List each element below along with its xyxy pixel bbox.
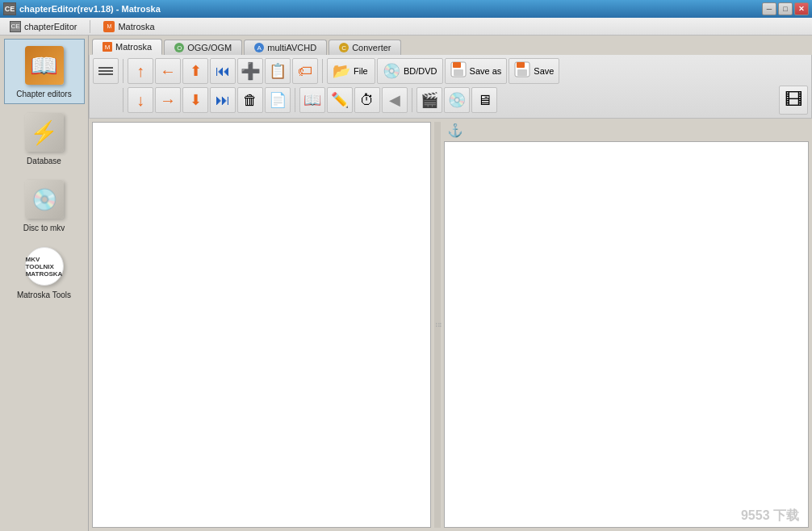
toolbar-sep-5 bbox=[412, 88, 412, 112]
disc-icon-wrapper: 💿 bbox=[23, 178, 65, 220]
move-right-icon: → bbox=[160, 92, 176, 108]
jump-end-button[interactable]: ⏭ bbox=[210, 87, 236, 113]
sidebar-item-database[interactable]: ⚡ Database bbox=[4, 106, 85, 171]
svg-rect-2 bbox=[454, 69, 463, 76]
bd-dvd-button[interactable]: 💿 BD/DVD bbox=[377, 58, 443, 84]
disc-btn-icon: 💿 bbox=[448, 93, 466, 107]
disc-button[interactable]: 💿 bbox=[444, 87, 470, 113]
tab-ogg-ogm-label: OGG/OGM bbox=[187, 43, 232, 52]
database-icon: ⚡ bbox=[25, 113, 64, 152]
add-button[interactable]: ➕ bbox=[237, 58, 263, 84]
chapter-editor-menu-icon: CE bbox=[10, 21, 21, 32]
avchd-tab-icon: A bbox=[254, 43, 264, 52]
right-main-panel bbox=[444, 141, 809, 528]
edit-button[interactable]: ✏️ bbox=[327, 87, 353, 113]
save-button[interactable]: Save bbox=[509, 58, 559, 84]
title-bar: CE chapterEditor(rev1.18) - Matroska ─ □… bbox=[0, 0, 812, 18]
jump-start-button[interactable]: ⏮ bbox=[210, 58, 236, 84]
paste-button[interactable]: 📋 bbox=[265, 58, 291, 84]
copy-button[interactable]: 📄 bbox=[265, 87, 291, 113]
menu-matroska-label: Matroska bbox=[118, 22, 154, 31]
menu-chapter-editor[interactable]: CE chapterEditor bbox=[3, 19, 83, 34]
copy-icon: 📄 bbox=[269, 93, 287, 107]
tab-matroska-label: Matroska bbox=[115, 42, 152, 52]
book-button[interactable]: 📖 bbox=[299, 87, 325, 113]
sidebar-item-chapter-editors[interactable]: Chapter editors bbox=[4, 39, 85, 104]
mkv-tools-icon: MKV TOOLNIX MATROSKA bbox=[25, 247, 64, 286]
close-button[interactable]: ✕ bbox=[794, 2, 809, 15]
move-right-button[interactable]: → bbox=[155, 87, 181, 113]
book-btn-icon: 📖 bbox=[303, 93, 321, 107]
bd-dvd-icon: 💿 bbox=[383, 62, 400, 80]
video-icon: 🎬 bbox=[421, 93, 438, 107]
panel-divider[interactable]: ⠿ bbox=[434, 122, 441, 528]
mkv-icon-text: MKV TOOLNIX MATROSKA bbox=[26, 256, 63, 278]
database-label: Database bbox=[27, 157, 61, 165]
minimize-button[interactable]: ─ bbox=[762, 2, 776, 15]
save-as-icon bbox=[450, 61, 467, 82]
move-up-button[interactable]: ↑ bbox=[128, 58, 153, 84]
toolbar-sep-2 bbox=[322, 59, 323, 83]
move-left-icon: ← bbox=[160, 63, 176, 79]
title-bar-left: CE chapterEditor(rev1.18) - Matroska bbox=[3, 2, 161, 15]
svg-rect-4 bbox=[517, 62, 525, 68]
tab-bar: M Matroska O OGG/OGM A multiAVCHD C Conv… bbox=[89, 36, 812, 55]
move-down-button[interactable]: ↓ bbox=[128, 87, 153, 113]
menu-matroska[interactable]: M Matroska bbox=[97, 19, 161, 34]
tab-converter[interactable]: C Converter bbox=[329, 40, 401, 55]
move-left-button[interactable]: ← bbox=[155, 58, 181, 84]
tag-icon: 🏷 bbox=[298, 64, 312, 78]
tab-multiavchd-label: multiAVCHD bbox=[267, 43, 316, 52]
toolbar-sep-1 bbox=[123, 59, 123, 83]
jump-start-icon: ⏮ bbox=[216, 64, 230, 78]
remove-icon: 🗑 bbox=[243, 93, 257, 107]
menu-bar: CE chapterEditor M Matroska bbox=[0, 18, 812, 36]
sidebar-item-disc-to-mkv[interactable]: 💿 Disc to mkv bbox=[4, 173, 85, 238]
video-button[interactable]: 🎬 bbox=[416, 87, 442, 113]
list-view-button[interactable] bbox=[93, 58, 119, 84]
svg-rect-5 bbox=[517, 69, 527, 76]
move-bottom-button[interactable]: ⬇ bbox=[182, 87, 208, 113]
toolbar-sep-3 bbox=[123, 88, 123, 112]
toolbar-area: ↑ ← ⬆ ⏮ ➕ 📋 bbox=[89, 55, 812, 119]
restore-button[interactable]: □ bbox=[778, 2, 793, 15]
sidebar-item-matroska-tools[interactable]: MKV TOOLNIX MATROSKA Matroska Tools bbox=[4, 240, 85, 305]
tab-matroska[interactable]: M Matroska bbox=[92, 39, 162, 55]
menu-chapter-editor-label: chapterEditor bbox=[24, 22, 77, 31]
disc-icon-glyph: 💿 bbox=[31, 187, 57, 212]
remove-button[interactable]: 🗑 bbox=[237, 87, 263, 113]
clock-button[interactable]: ⏱ bbox=[354, 87, 380, 113]
mkv-tools-icon-wrapper: MKV TOOLNIX MATROSKA bbox=[23, 245, 65, 287]
list-view-icon bbox=[98, 67, 113, 75]
save-as-label: Save as bbox=[470, 66, 502, 76]
save-icon bbox=[514, 61, 530, 82]
screen-icon: 🖥 bbox=[477, 93, 492, 107]
file-button[interactable]: 📂 File bbox=[327, 58, 375, 84]
move-up-top-button[interactable]: ⬆ bbox=[182, 58, 208, 84]
toolbar-sep-4 bbox=[295, 88, 295, 112]
edit-icon: ✏️ bbox=[331, 93, 349, 107]
sidebar: Chapter editors ⚡ Database 💿 Disc to mkv bbox=[0, 36, 89, 531]
film-icon: 🎞 bbox=[785, 91, 802, 109]
paste-icon: 📋 bbox=[269, 64, 287, 78]
jump-end-icon: ⏭ bbox=[216, 93, 230, 107]
disc-to-mkv-label: Disc to mkv bbox=[23, 224, 65, 232]
film-button[interactable]: 🎞 bbox=[779, 86, 808, 115]
back-button[interactable]: ◀ bbox=[382, 87, 408, 113]
tag-button[interactable]: 🏷 bbox=[292, 58, 318, 84]
window-controls: ─ □ ✕ bbox=[762, 2, 809, 15]
chapter-editors-label: Chapter editors bbox=[16, 90, 71, 98]
bd-dvd-label: BD/DVD bbox=[404, 66, 437, 76]
tab-converter-label: Converter bbox=[352, 43, 391, 52]
main-layout: Chapter editors ⚡ Database 💿 Disc to mkv bbox=[0, 36, 812, 531]
right-top-bar: ⚓ bbox=[444, 122, 809, 138]
disc-icon: 💿 bbox=[25, 180, 64, 219]
back-icon: ◀ bbox=[389, 93, 400, 107]
tab-ogg-ogm[interactable]: O OGG/OGM bbox=[164, 40, 242, 55]
save-as-button[interactable]: Save as bbox=[445, 58, 508, 84]
screen-button[interactable]: 🖥 bbox=[471, 87, 497, 113]
tab-multiavchd[interactable]: A multiAVCHD bbox=[244, 40, 327, 55]
window-title: chapterEditor(rev1.18) - Matroska bbox=[19, 4, 161, 14]
move-up-top-icon: ⬆ bbox=[190, 64, 202, 78]
matroska-menu-icon: M bbox=[103, 21, 115, 32]
